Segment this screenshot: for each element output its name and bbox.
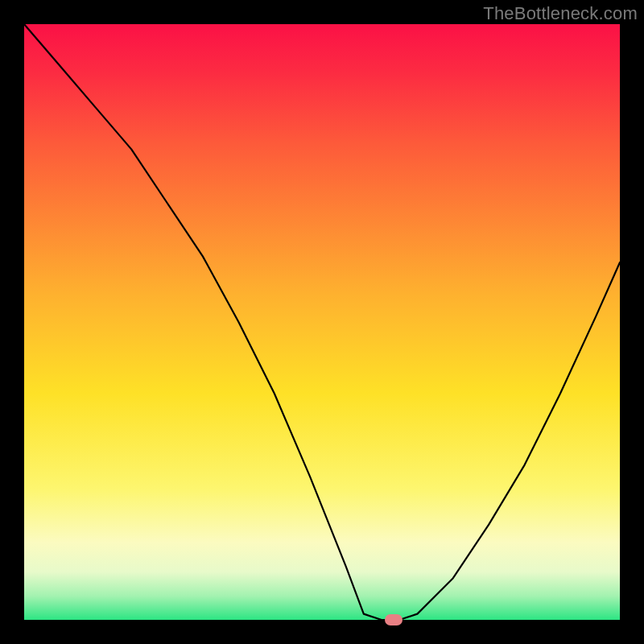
chart-frame: TheBottleneck.com (0, 0, 644, 644)
optimum-marker (385, 614, 402, 625)
plot-area (24, 24, 620, 620)
bottleneck-curve (24, 24, 620, 620)
watermark-text: TheBottleneck.com (483, 3, 638, 24)
